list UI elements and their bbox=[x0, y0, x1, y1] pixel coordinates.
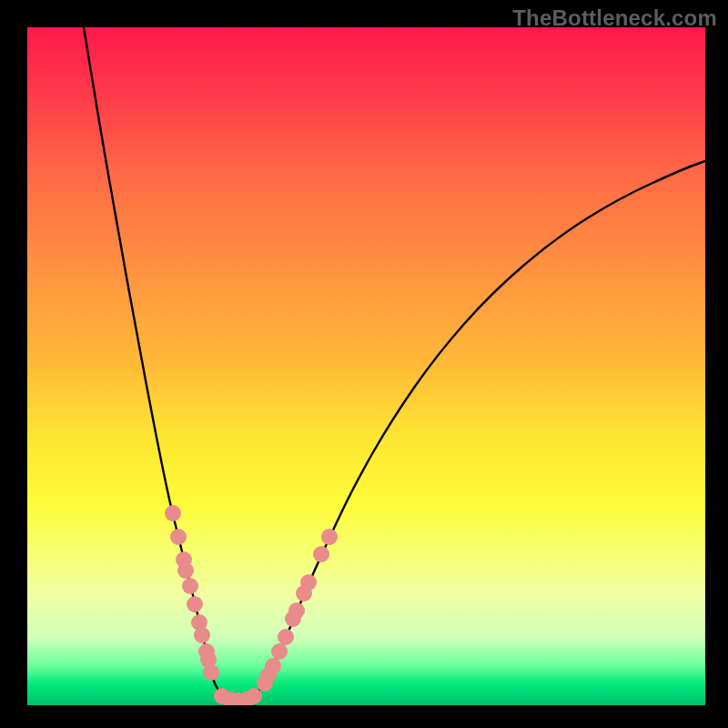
data-dot bbox=[246, 688, 262, 704]
scatter-dots bbox=[165, 505, 338, 705]
data-dot bbox=[265, 658, 281, 674]
data-dot bbox=[271, 643, 288, 660]
curve-left bbox=[84, 27, 237, 701]
data-dot bbox=[321, 529, 338, 545]
data-dot bbox=[300, 574, 317, 591]
data-dot bbox=[313, 546, 329, 562]
data-dot bbox=[170, 529, 187, 545]
data-dot bbox=[177, 562, 194, 579]
data-dot bbox=[288, 602, 305, 619]
chart-svg bbox=[27, 27, 705, 705]
data-dot bbox=[194, 627, 210, 643]
curve-right bbox=[246, 161, 705, 701]
data-dot bbox=[278, 629, 294, 645]
data-dot bbox=[165, 505, 181, 521]
data-dot bbox=[203, 664, 219, 681]
outer-frame: TheBottleneck.com bbox=[0, 0, 728, 728]
gradient-plot-area bbox=[27, 27, 705, 705]
data-dot bbox=[182, 578, 198, 594]
data-dot bbox=[187, 596, 203, 612]
